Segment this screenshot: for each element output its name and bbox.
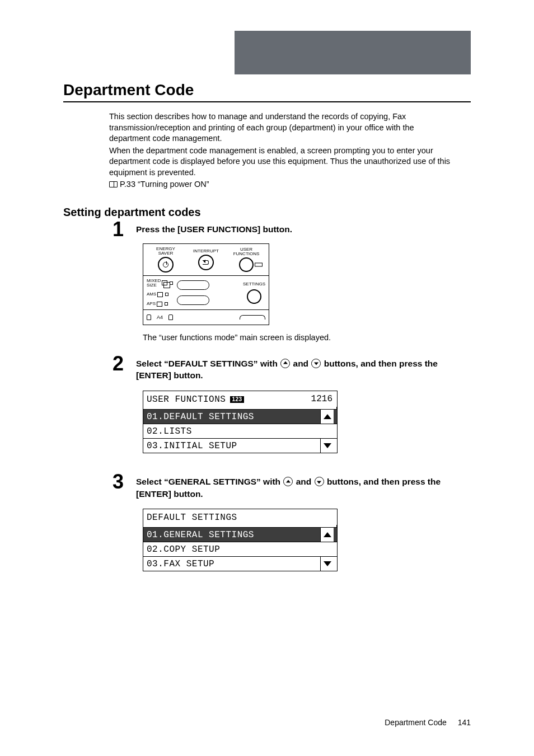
scroll-down-cell <box>320 439 334 453</box>
pill-button-icon <box>177 295 209 305</box>
step-3: 3 Select “GENERAL SETTINGS” with and but… <box>136 476 471 571</box>
ams-icon <box>157 292 163 297</box>
user-functions-label: USERFUNCTIONS <box>233 247 260 256</box>
step-title: Select “GENERAL SETTINGS” with and butto… <box>136 476 471 500</box>
pill-button-icon <box>177 280 209 290</box>
steps-list: 1 Press the [USER FUNCTIONS] button. ENE… <box>136 223 471 571</box>
triangle-down-icon <box>324 443 331 448</box>
user-functions-button-icon <box>239 257 254 272</box>
panel-row-bottom: A4 <box>143 310 269 325</box>
menu-item: 03.FAX SETUP <box>143 556 337 571</box>
step-number: 2 <box>113 352 124 375</box>
triangle-up-icon <box>324 414 331 419</box>
step-title: Press the [USER FUNCTIONS] button. <box>136 223 471 236</box>
ref-text: P.33 “Turning power ON” <box>120 180 209 189</box>
down-arrow-button-icon <box>311 359 321 368</box>
lcd-menu-illustration: DEFAULT SETTINGS 01.GENERAL SETTINGS 02.… <box>143 509 338 571</box>
footer-label: Department Code <box>385 718 447 727</box>
intro-p2: When the department code management is e… <box>109 145 456 179</box>
control-panel-illustration: ENERGYSAVER INTERRUPT USERFUNCTIONS MIXE… <box>143 243 269 325</box>
scroll-up-cell <box>320 410 334 424</box>
energy-saver-label: ENERGYSAVER <box>156 247 175 256</box>
menu-header-number: 1216 <box>311 395 334 403</box>
menu-item-selected: 01.GENERAL SETTINGS <box>143 527 337 542</box>
scroll-up-cell <box>320 528 334 542</box>
settings-label: SETTINGS <box>243 281 265 287</box>
menu-item-text: 02.COPY SETUP <box>147 544 334 554</box>
lever-icon <box>240 315 265 320</box>
scroll-dashed-edge <box>324 525 337 527</box>
down-arrow-button-icon <box>315 477 324 486</box>
menu-item-text: 02.LISTS <box>147 426 334 436</box>
menu-header-row: USER FUNCTIONS123 1216 <box>143 391 337 407</box>
page-content: Department Code This section describes h… <box>0 0 534 571</box>
menu-header: DEFAULT SETTINGS <box>147 513 334 522</box>
scroll-dashed-edge <box>324 407 337 409</box>
port-icon <box>168 314 173 320</box>
aps-label: APS <box>147 302 156 306</box>
led-icon <box>165 302 168 306</box>
aps-icon <box>157 302 162 307</box>
menu-header: USER FUNCTIONS123 <box>147 395 311 404</box>
menu-item: 02.COPY SETUP <box>143 542 337 556</box>
step-2: 2 Select “DEFAULT SETTINGS” with and but… <box>136 358 471 453</box>
energy-saver-button-icon <box>158 257 174 273</box>
a4-label: A4 <box>157 314 163 320</box>
settings-button-icon <box>247 289 261 304</box>
interrupt-button-icon <box>198 255 214 270</box>
header-band <box>235 31 471 74</box>
led-icon <box>165 293 168 296</box>
left-label-col: MIXEDSIZE AMS APS <box>147 279 173 307</box>
intro-p1: This section describes how to manage and… <box>109 111 456 144</box>
port-icon <box>147 314 151 320</box>
mode-123-icon: 123 <box>230 396 243 403</box>
lcd-menu-illustration: USER FUNCTIONS123 1216 01.DEFAULT SETTIN… <box>143 391 338 453</box>
panel-row-top: ENERGYSAVER INTERRUPT USERFUNCTIONS <box>143 244 269 276</box>
menu-item-text: 03.INITIAL SETUP <box>147 441 320 450</box>
step-1: 1 Press the [USER FUNCTIONS] button. ENE… <box>136 223 471 342</box>
menu-item: 03.INITIAL SETUP <box>143 438 337 453</box>
menu-header-row: DEFAULT SETTINGS <box>143 509 337 525</box>
intro-text: This section describes how to manage and… <box>109 111 456 190</box>
intro-ref: P.33 “Turning power ON” <box>109 179 456 190</box>
book-icon <box>109 181 118 187</box>
menu-item: 02.LISTS <box>143 424 337 438</box>
interrupt-label: INTERRUPT <box>193 249 219 253</box>
mixed-size-icon <box>162 280 167 285</box>
triangle-down-icon <box>324 561 331 566</box>
up-arrow-button-icon <box>283 477 293 486</box>
section-heading: Setting department codes <box>63 206 471 219</box>
page-footer: Department Code 141 <box>385 718 471 727</box>
ams-label: AMS <box>147 292 156 297</box>
menu-item-selected: 01.DEFAULT SETTINGS <box>143 409 337 424</box>
step-number: 3 <box>113 470 124 494</box>
page-title: Department Code <box>63 81 471 102</box>
menu-item-text: 01.DEFAULT SETTINGS <box>147 412 320 421</box>
up-arrow-button-icon <box>280 359 290 368</box>
footer-page-number: 141 <box>458 718 471 727</box>
scroll-down-cell <box>320 557 334 571</box>
pill-buttons <box>177 280 209 305</box>
step-note: The “user functions mode” main screen is… <box>143 333 471 342</box>
panel-row-mid: MIXEDSIZE AMS APS SETTINGS <box>143 276 269 310</box>
triangle-up-icon <box>324 532 331 537</box>
step-title: Select “DEFAULT SETTINGS” with and butto… <box>136 358 471 382</box>
mixed-size-label: MIXEDSIZE <box>147 279 161 288</box>
menu-item-text: 03.FAX SETUP <box>147 559 320 569</box>
menu-item-text: 01.GENERAL SETTINGS <box>147 530 320 539</box>
step-number: 1 <box>113 218 124 241</box>
indicator-icon <box>255 262 263 266</box>
settings-col: SETTINGS <box>243 281 265 304</box>
